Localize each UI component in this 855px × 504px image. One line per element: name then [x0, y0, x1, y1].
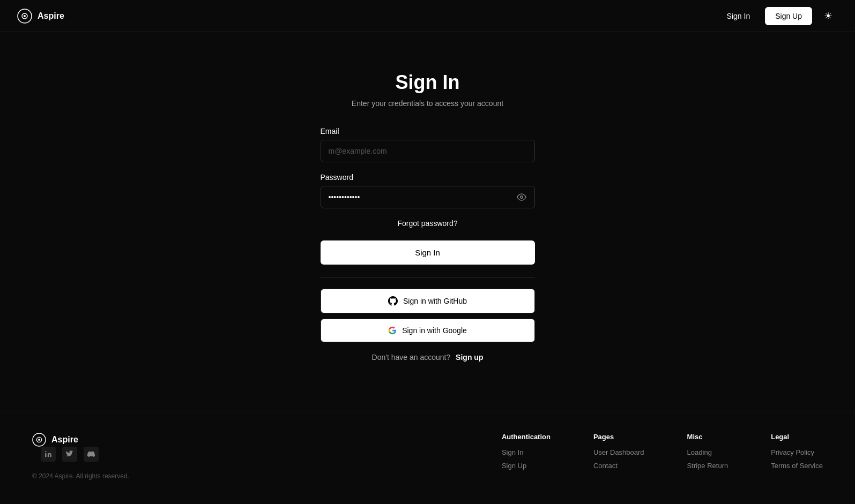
footer-col-heading-pages: Pages: [593, 433, 644, 441]
footer-social: [41, 447, 129, 462]
nav-signin-button[interactable]: Sign In: [718, 7, 759, 25]
svg-point-6: [38, 439, 40, 441]
page-title: Sign In: [396, 71, 460, 94]
svg-point-3: [520, 195, 523, 198]
footer-col-pages: Pages User Dashboard Contact: [593, 433, 644, 475]
github-icon: [388, 296, 398, 306]
signin-form: Email Password Forgot password? Sign In: [321, 127, 535, 362]
nav-signup-button[interactable]: Sign Up: [765, 7, 812, 25]
password-label: Password: [321, 173, 535, 182]
footer-link-dashboard[interactable]: User Dashboard: [593, 448, 644, 456]
linkedin-icon[interactable]: [41, 447, 56, 462]
footer-link-contact[interactable]: Contact: [593, 462, 644, 470]
footer-col-misc: Misc Loading Stripe Return: [687, 433, 728, 475]
footer-row: Aspire © 2024 Aspire. All rights reserve…: [32, 433, 823, 488]
signin-github-button[interactable]: Sign in with GitHub: [321, 289, 535, 313]
footer-col-legal: Legal Privacy Policy Terms of Service: [771, 433, 823, 475]
divider: [321, 277, 535, 278]
footer-col-heading-auth: Authentication: [502, 433, 551, 441]
footer-col-heading-misc: Misc: [687, 433, 728, 441]
footer-logo: Aspire: [32, 433, 129, 447]
discord-icon[interactable]: [84, 447, 99, 462]
footer-copyright: © 2024 Aspire. All rights reserved.: [32, 472, 129, 480]
footer-left: Aspire © 2024 Aspire. All rights reserve…: [32, 433, 129, 480]
eye-icon: [517, 192, 526, 202]
email-input[interactable]: [321, 140, 535, 162]
forgot-password-link[interactable]: Forgot password?: [321, 219, 535, 228]
footer-logo-icon: [32, 433, 46, 447]
footer-col-heading-legal: Legal: [771, 433, 823, 441]
logo-icon: [17, 9, 32, 24]
main-content: Sign In Enter your credentials to access…: [0, 32, 855, 411]
password-toggle-button[interactable]: [515, 190, 529, 204]
email-label: Email: [321, 127, 535, 136]
signup-link[interactable]: Sign up: [456, 353, 483, 362]
google-icon: [388, 326, 397, 335]
password-group: Password: [321, 173, 535, 208]
footer-columns: Authentication Sign In Sign Up Pages Use…: [502, 433, 823, 475]
no-account-text: Don't have an account?: [372, 353, 451, 362]
email-group: Email: [321, 127, 535, 162]
no-account-row: Don't have an account? Sign up: [321, 353, 535, 362]
footer-link-stripe[interactable]: Stripe Return: [687, 462, 728, 470]
footer-link-signup[interactable]: Sign Up: [502, 462, 551, 470]
page-subtitle: Enter your credentials to access your ac…: [352, 99, 503, 108]
footer-link-loading[interactable]: Loading: [687, 448, 728, 456]
password-input[interactable]: [321, 186, 535, 208]
footer-link-signin[interactable]: Sign In: [502, 448, 551, 456]
footer-link-terms[interactable]: Terms of Service: [771, 462, 823, 470]
theme-toggle-button[interactable]: ☀: [819, 6, 838, 26]
twitter-icon[interactable]: [62, 447, 77, 462]
nav-logo: Aspire: [17, 9, 64, 24]
footer: Aspire © 2024 Aspire. All rights reserve…: [0, 411, 855, 504]
svg-point-2: [24, 15, 26, 17]
footer-link-privacy[interactable]: Privacy Policy: [771, 448, 823, 456]
signin-google-button[interactable]: Sign in with Google: [321, 319, 535, 342]
nav-actions: Sign In Sign Up ☀: [718, 6, 838, 26]
footer-logo-text: Aspire: [51, 435, 78, 445]
password-wrapper: [321, 186, 535, 208]
github-button-label: Sign in with GitHub: [403, 297, 467, 305]
signin-submit-button[interactable]: Sign In: [321, 240, 535, 265]
google-button-label: Sign in with Google: [402, 326, 467, 335]
svg-point-7: [45, 451, 46, 452]
nav-logo-text: Aspire: [38, 11, 64, 21]
theme-icon: ☀: [824, 10, 832, 22]
navbar: Aspire Sign In Sign Up ☀: [0, 0, 855, 32]
footer-col-authentication: Authentication Sign In Sign Up: [502, 433, 551, 475]
